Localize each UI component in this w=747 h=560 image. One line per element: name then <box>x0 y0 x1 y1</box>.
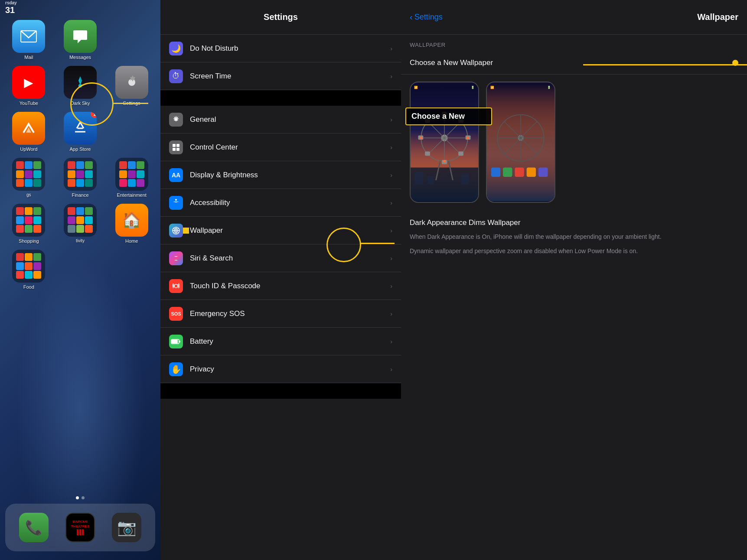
general-chevron: › <box>390 116 392 123</box>
app-home[interactable]: 🏠 Home <box>109 204 154 244</box>
app-finance-folder[interactable]: Finance <box>58 158 103 198</box>
activity-folder-inner <box>65 205 95 236</box>
settings-row-do-not-disturb[interactable]: 🌙 Do Not Disturb › <box>160 35 401 62</box>
app-appstore[interactable]: 1 App Store <box>58 112 103 152</box>
wallpaper-settings-panel: ‹ Settings Wallpaper WALLPAPER Choose a … <box>401 0 747 560</box>
general-icon <box>169 113 183 127</box>
finance-folder-inner <box>65 159 95 190</box>
settings-row-touch-id[interactable]: Touch ID & Passcode › <box>160 272 401 300</box>
settings-panel: Settings 🌙 Do Not Disturb › ⏱ Screen Tim… <box>160 0 401 560</box>
home-app-icon[interactable]: 🏠 <box>115 204 148 237</box>
games-folder-icon[interactable] <box>12 158 45 191</box>
settings-row-emergency-sos[interactable]: SOS Emergency SOS › <box>160 300 401 328</box>
shopping-folder-icon[interactable] <box>12 204 45 237</box>
home-app-grid: Mail Messages ▶ YouTube Dar <box>3 17 157 292</box>
touch-id-icon <box>169 279 183 293</box>
settings-row-battery[interactable]: Battery › <box>160 328 401 355</box>
messages-label: Messages <box>69 55 91 60</box>
messages-icon[interactable] <box>64 20 97 53</box>
settings-row-general[interactable]: General › <box>160 106 401 133</box>
food-folder-inner <box>13 251 44 282</box>
appstore-badge: 1 <box>91 112 97 118</box>
entertainment-folder-inner <box>117 159 147 190</box>
svg-point-13 <box>174 284 178 288</box>
svg-rect-50 <box>503 168 512 177</box>
finance-folder-icon[interactable] <box>64 158 97 191</box>
app-entertainment-folder[interactable]: Entertainment <box>109 158 154 198</box>
wallpaper-dim-title: Dark Appearance Dims Wallpaper <box>410 218 738 227</box>
app-darksky[interactable]: Dark Sky <box>58 66 103 106</box>
darksky-label: Dark Sky <box>71 101 90 106</box>
app-messages[interactable]: Messages <box>58 20 103 60</box>
youtube-icon[interactable]: ▶ <box>12 66 45 99</box>
wallpaper-choose-row[interactable]: Choose a New Wallpaper <box>401 52 747 75</box>
svg-rect-7 <box>176 148 179 151</box>
settings-row-display-brightness[interactable]: AA Display & Brightness › <box>160 161 401 189</box>
settings-row-accessibility[interactable]: Accessibility › <box>160 189 401 217</box>
games-label: gs <box>26 192 31 197</box>
svg-rect-52 <box>527 168 536 177</box>
app-youtube[interactable]: ▶ YouTube <box>6 66 52 106</box>
mail-label: Mail <box>24 55 33 60</box>
svg-rect-41 <box>461 174 469 184</box>
dock-phone[interactable]: 📞 <box>19 513 49 542</box>
accessibility-chevron: › <box>390 199 392 206</box>
back-label: Settings <box>414 13 443 22</box>
shopping-label: Shopping <box>19 238 39 244</box>
svg-rect-5 <box>176 144 179 147</box>
dock-phone-icon[interactable]: 📞 <box>19 513 49 542</box>
app-food-folder[interactable]: Food <box>6 250 52 290</box>
wallpaper-label: Wallpaper <box>190 226 390 235</box>
settings-row-control-center[interactable]: Control Center › <box>160 133 401 161</box>
food-folder-icon[interactable] <box>12 250 45 283</box>
svg-rect-53 <box>538 168 548 177</box>
wallpaper-content-area: WALLPAPER Choose a New Wallpaper <box>401 35 747 560</box>
second-preview-status: 📶 🔋 <box>490 86 551 89</box>
app-mail[interactable]: Mail <box>6 20 52 60</box>
settings-header: Settings <box>160 0 401 35</box>
page-dots <box>76 496 85 499</box>
entertainment-folder-icon[interactable] <box>115 158 148 191</box>
emergency-sos-icon: SOS <box>169 307 183 321</box>
settings-row-screen-time[interactable]: ⏱ Screen Time › <box>160 62 401 90</box>
control-center-chevron: › <box>390 144 392 151</box>
settings-row-privacy[interactable]: ✋ Privacy › <box>160 355 401 383</box>
settings-row-wallpaper[interactable]: Wallpaper › <box>160 217 401 244</box>
ferris-wheel-bg: 📶 🔋 <box>411 82 478 202</box>
wallpaper-preview-wrapper: 📶 🔋 Choose a New <box>410 81 479 203</box>
status-time: rsday 31 <box>5 0 17 15</box>
privacy-chevron: › <box>390 366 392 373</box>
siri-chevron: › <box>390 255 392 262</box>
app-games-folder[interactable]: gs <box>6 158 52 198</box>
darksky-icon[interactable] <box>64 66 97 99</box>
dock-camera[interactable]: 📷 <box>112 513 141 542</box>
wallpaper-chevron: › <box>390 227 392 234</box>
settings-home-icon[interactable] <box>115 66 148 99</box>
app-activity-folder[interactable]: tivity <box>58 204 103 244</box>
dock-theatre-icon[interactable]: MARCUS THEATRES <box>65 513 95 542</box>
finance-label: Finance <box>72 192 88 198</box>
dock-theatre[interactable]: MARCUS THEATRES <box>65 513 95 542</box>
mail-icon[interactable] <box>12 20 45 53</box>
wallpaper-back-button[interactable]: ‹ Settings <box>410 12 443 22</box>
touch-id-chevron: › <box>390 283 392 290</box>
empty-slot-1 <box>109 20 142 53</box>
appstore-icon[interactable]: 1 <box>64 112 97 145</box>
preview-annotation-box: Choose a New <box>405 107 492 125</box>
app-settings[interactable]: Settings <box>109 66 154 106</box>
upword-icon[interactable] <box>12 112 45 145</box>
wallpaper-panel-header: ‹ Settings Wallpaper <box>401 0 747 35</box>
wallpaper-preview-container: 📶 🔋 Choose a New <box>401 75 747 210</box>
activity-folder-icon[interactable] <box>64 204 97 237</box>
home-dock: 📞 MARCUS THEATRES 📷 <box>5 504 155 551</box>
app-shopping-folder[interactable]: Shopping <box>6 204 52 244</box>
wallpaper-section-header: WALLPAPER <box>401 35 747 52</box>
svg-rect-39 <box>415 172 424 184</box>
settings-row-siri-search[interactable]: Siri & Search › <box>160 244 401 272</box>
shopping-folder-inner <box>13 205 44 236</box>
svg-rect-40 <box>427 176 434 185</box>
app-upword[interactable]: UpWord <box>6 112 52 152</box>
svg-point-36 <box>420 137 422 139</box>
svg-rect-6 <box>173 148 176 151</box>
dock-camera-icon[interactable]: 📷 <box>112 513 141 542</box>
